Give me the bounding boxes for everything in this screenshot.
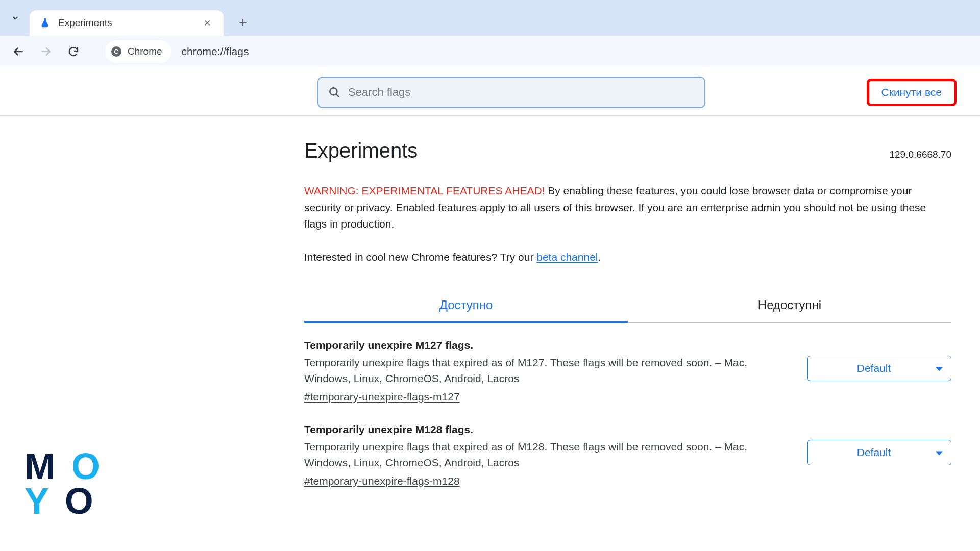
tab-close-button[interactable] xyxy=(200,18,214,28)
back-button[interactable] xyxy=(7,40,30,63)
flag-title: Temporarily unexpire M128 flags. xyxy=(304,423,793,436)
page-body: Скинути все Experiments 129.0.6668.70 WA… xyxy=(0,67,980,491)
beta-promo-text: Interested in cool new Chrome features? … xyxy=(304,251,951,263)
flag-description: Temporarily unexpire flags that expired … xyxy=(304,439,793,471)
flag-tabs: Доступно Недоступні xyxy=(304,289,951,323)
page-title: Experiments xyxy=(304,139,418,162)
chrome-logo-icon xyxy=(110,45,122,58)
warning-text: WARNING: EXPERIMENTAL FEATURES AHEAD! By… xyxy=(304,183,951,233)
flag-anchor-link[interactable]: #temporary-unexpire-flags-m127 xyxy=(304,391,460,403)
browser-tab-strip: Experiments xyxy=(0,0,980,36)
warning-prefix: WARNING: EXPERIMENTAL FEATURES AHEAD! xyxy=(304,185,545,196)
flag-select-value: Default xyxy=(857,446,891,459)
search-row: Скинути все xyxy=(0,71,980,116)
browser-tab-active[interactable]: Experiments xyxy=(30,10,224,36)
tab-available[interactable]: Доступно xyxy=(304,289,628,322)
site-chip[interactable]: Chrome xyxy=(105,40,172,63)
close-icon xyxy=(203,19,211,27)
flag-select-value: Default xyxy=(857,362,891,374)
tab-search-button[interactable] xyxy=(5,8,26,28)
reload-button[interactable] xyxy=(62,40,85,63)
watermark-logo: M O Y O xyxy=(24,449,103,519)
arrow-right-icon xyxy=(39,45,53,58)
flag-row: Temporarily unexpire M127 flags. Tempora… xyxy=(304,323,951,407)
url-text[interactable]: chrome://flags xyxy=(182,45,249,58)
search-input[interactable] xyxy=(348,86,695,99)
flag-row: Temporarily unexpire M128 flags. Tempora… xyxy=(304,407,951,491)
reset-all-button-highlight: Скинути все xyxy=(867,79,957,106)
forward-button[interactable] xyxy=(35,40,57,63)
plus-icon xyxy=(238,17,248,28)
svg-point-2 xyxy=(115,50,118,53)
address-bar: Chrome chrome://flags xyxy=(0,36,980,67)
beta-channel-link[interactable]: beta channel xyxy=(536,251,598,263)
new-tab-button[interactable] xyxy=(233,12,253,33)
tab-title: Experiments xyxy=(58,17,200,29)
reload-icon xyxy=(67,45,80,58)
chevron-down-icon xyxy=(11,13,20,22)
flag-anchor-link[interactable]: #temporary-unexpire-flags-m128 xyxy=(304,475,460,487)
flag-select[interactable]: Default xyxy=(807,440,951,465)
reset-all-button[interactable]: Скинути все xyxy=(881,86,942,98)
search-icon xyxy=(328,86,341,99)
arrow-left-icon xyxy=(12,45,25,58)
flag-select[interactable]: Default xyxy=(807,356,951,381)
site-chip-label: Chrome xyxy=(128,46,162,57)
search-box[interactable] xyxy=(317,77,705,108)
flask-icon xyxy=(39,17,51,29)
flag-description: Temporarily unexpire flags that expired … xyxy=(304,355,793,387)
flag-title: Temporarily unexpire M127 flags. xyxy=(304,339,793,352)
tab-unavailable[interactable]: Недоступні xyxy=(628,289,951,322)
version-text: 129.0.6668.70 xyxy=(889,149,951,160)
